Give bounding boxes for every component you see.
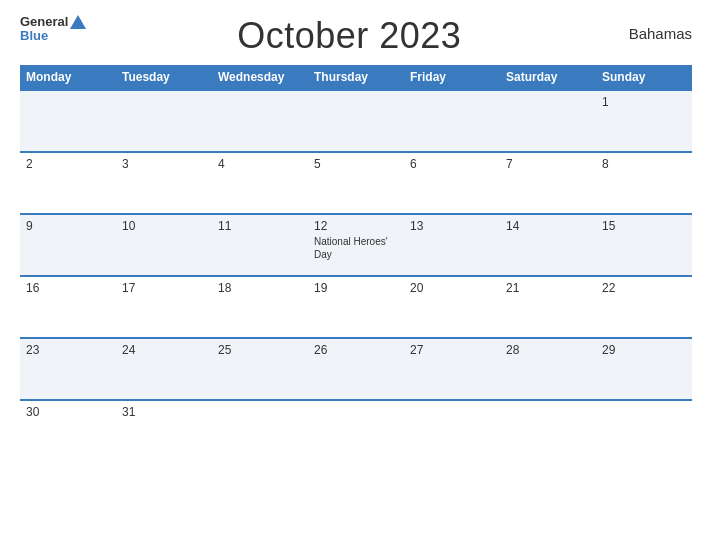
cell-w4-d3: 18 [212, 276, 308, 338]
day-number: 31 [122, 405, 206, 419]
header-tuesday: Tuesday [116, 65, 212, 90]
cell-w5-d4: 26 [308, 338, 404, 400]
cell-w4-d5: 20 [404, 276, 500, 338]
week-row-1: 1 [20, 90, 692, 152]
header: General Blue October 2023 Bahamas [20, 15, 692, 57]
cell-w3-d6: 14 [500, 214, 596, 276]
day-number: 26 [314, 343, 398, 357]
cell-w3-d4: 12National Heroes' Day [308, 214, 404, 276]
header-friday: Friday [404, 65, 500, 90]
cell-w4-d6: 21 [500, 276, 596, 338]
header-sunday: Sunday [596, 65, 692, 90]
cell-w5-d2: 24 [116, 338, 212, 400]
day-number: 19 [314, 281, 398, 295]
day-number: 1 [602, 95, 686, 109]
day-number: 30 [26, 405, 110, 419]
cell-w6-d5 [404, 400, 500, 462]
cell-w4-d1: 16 [20, 276, 116, 338]
cell-w2-d4: 5 [308, 152, 404, 214]
cell-w1-d7: 1 [596, 90, 692, 152]
cell-w6-d1: 30 [20, 400, 116, 462]
day-number: 5 [314, 157, 398, 171]
cell-w5-d7: 29 [596, 338, 692, 400]
day-number: 29 [602, 343, 686, 357]
logo: General Blue [20, 15, 86, 44]
logo-general: General [20, 15, 68, 29]
day-number: 14 [506, 219, 590, 233]
cell-w5-d1: 23 [20, 338, 116, 400]
day-number: 7 [506, 157, 590, 171]
day-number: 18 [218, 281, 302, 295]
country-label: Bahamas [612, 15, 692, 42]
cell-w2-d2: 3 [116, 152, 212, 214]
day-number: 20 [410, 281, 494, 295]
day-number: 25 [218, 343, 302, 357]
cell-w6-d6 [500, 400, 596, 462]
day-number: 3 [122, 157, 206, 171]
day-number: 11 [218, 219, 302, 233]
day-number: 23 [26, 343, 110, 357]
event-label: National Heroes' Day [314, 235, 398, 261]
cell-w3-d2: 10 [116, 214, 212, 276]
day-number: 17 [122, 281, 206, 295]
cell-w2-d5: 6 [404, 152, 500, 214]
cell-w5-d5: 27 [404, 338, 500, 400]
day-number: 16 [26, 281, 110, 295]
day-number: 15 [602, 219, 686, 233]
day-number: 6 [410, 157, 494, 171]
cell-w1-d5 [404, 90, 500, 152]
day-number: 27 [410, 343, 494, 357]
cell-w6-d7 [596, 400, 692, 462]
day-number: 13 [410, 219, 494, 233]
cell-w1-d2 [116, 90, 212, 152]
cell-w5-d3: 25 [212, 338, 308, 400]
cell-w3-d1: 9 [20, 214, 116, 276]
weekday-header-row: Monday Tuesday Wednesday Thursday Friday… [20, 65, 692, 90]
day-number: 10 [122, 219, 206, 233]
cell-w4-d4: 19 [308, 276, 404, 338]
week-row-3: 9101112National Heroes' Day131415 [20, 214, 692, 276]
day-number: 9 [26, 219, 110, 233]
week-row-4: 16171819202122 [20, 276, 692, 338]
cell-w2-d1: 2 [20, 152, 116, 214]
day-number: 22 [602, 281, 686, 295]
cell-w2-d3: 4 [212, 152, 308, 214]
header-wednesday: Wednesday [212, 65, 308, 90]
day-number: 8 [602, 157, 686, 171]
day-number: 2 [26, 157, 110, 171]
title-area: October 2023 [86, 15, 612, 57]
cell-w3-d5: 13 [404, 214, 500, 276]
calendar-title: October 2023 [86, 15, 612, 57]
cell-w1-d1 [20, 90, 116, 152]
cell-w2-d6: 7 [500, 152, 596, 214]
week-row-5: 23242526272829 [20, 338, 692, 400]
week-row-6: 3031 [20, 400, 692, 462]
week-row-2: 2345678 [20, 152, 692, 214]
cell-w4-d2: 17 [116, 276, 212, 338]
cell-w4-d7: 22 [596, 276, 692, 338]
cell-w6-d3 [212, 400, 308, 462]
logo-triangle-icon [70, 15, 86, 29]
calendar-table: Monday Tuesday Wednesday Thursday Friday… [20, 65, 692, 462]
cell-w6-d4 [308, 400, 404, 462]
cell-w5-d6: 28 [500, 338, 596, 400]
cell-w1-d4 [308, 90, 404, 152]
cell-w3-d3: 11 [212, 214, 308, 276]
logo-blue: Blue [20, 29, 48, 43]
cell-w6-d2: 31 [116, 400, 212, 462]
header-thursday: Thursday [308, 65, 404, 90]
day-number: 21 [506, 281, 590, 295]
cell-w1-d6 [500, 90, 596, 152]
day-number: 24 [122, 343, 206, 357]
cell-w2-d7: 8 [596, 152, 692, 214]
day-number: 4 [218, 157, 302, 171]
day-number: 12 [314, 219, 398, 233]
header-monday: Monday [20, 65, 116, 90]
cell-w1-d3 [212, 90, 308, 152]
header-saturday: Saturday [500, 65, 596, 90]
cell-w3-d7: 15 [596, 214, 692, 276]
calendar-page: General Blue October 2023 Bahamas Monday… [0, 0, 712, 550]
day-number: 28 [506, 343, 590, 357]
